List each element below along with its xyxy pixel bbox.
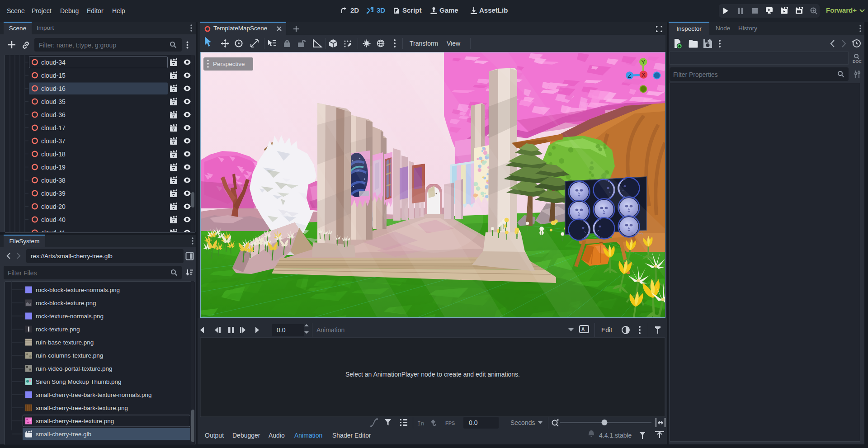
svg-text:Y: Y bbox=[642, 59, 646, 66]
svg-text:cloud-17: cloud-17 bbox=[41, 124, 66, 132]
svg-text:In: In bbox=[417, 420, 425, 427]
svg-text:cloud-35: cloud-35 bbox=[41, 98, 66, 105]
svg-text:ruin-base-texture.png: ruin-base-texture.png bbox=[36, 339, 94, 346]
svg-text:Animation: Animation bbox=[294, 432, 322, 439]
svg-text:Debugger: Debugger bbox=[232, 432, 260, 439]
svg-text:cloud-36: cloud-36 bbox=[41, 111, 66, 118]
svg-text:DOC: DOC bbox=[853, 59, 862, 64]
svg-text:Shader Editor: Shader Editor bbox=[332, 432, 371, 439]
svg-text:small-cherry-tree-bark-texture: small-cherry-tree-bark-texture-normals.p… bbox=[36, 391, 152, 398]
svg-text:rock-texture.png: rock-texture.png bbox=[36, 326, 80, 333]
svg-text:cloud-34: cloud-34 bbox=[41, 59, 66, 66]
svg-text:cloud-16: cloud-16 bbox=[41, 85, 66, 92]
svg-text:Output: Output bbox=[205, 432, 224, 439]
svg-text:small-cherry-tree.glb: small-cherry-tree.glb bbox=[36, 431, 91, 438]
svg-text:0.0: 0.0 bbox=[469, 419, 478, 426]
svg-text:cloud-20: cloud-20 bbox=[41, 203, 66, 210]
svg-text:FPS: FPS bbox=[445, 420, 455, 426]
svg-text:rock-texture-normals.png: rock-texture-normals.png bbox=[36, 313, 104, 320]
svg-text:4.4.1.stable: 4.4.1.stable bbox=[599, 432, 632, 439]
svg-text:cloud-19: cloud-19 bbox=[41, 164, 66, 171]
svg-text:cloud-38: cloud-38 bbox=[41, 177, 66, 184]
svg-text:cloud-37: cloud-37 bbox=[41, 137, 66, 145]
svg-text:small-cherry-tree-texture.png: small-cherry-tree-texture.png bbox=[36, 418, 114, 424]
svg-text:0.0: 0.0 bbox=[277, 326, 286, 334]
svg-text:small-cherry-tree-bark-texture: small-cherry-tree-bark-texture.png bbox=[36, 405, 128, 411]
svg-text:cloud-40: cloud-40 bbox=[41, 216, 66, 223]
svg-text:ruin-video-portal-texture.png: ruin-video-portal-texture.png bbox=[36, 365, 113, 372]
svg-text:Animation: Animation bbox=[316, 326, 344, 334]
svg-text:Z: Z bbox=[628, 72, 632, 79]
svg-text:cloud-41: cloud-41 bbox=[41, 229, 66, 232]
svg-text:A: A bbox=[581, 327, 585, 332]
svg-text:Select an AnimationPlayer node: Select an AnimationPlayer node to create… bbox=[345, 371, 520, 378]
svg-text:cloud-39: cloud-39 bbox=[41, 190, 66, 197]
svg-text:Seconds: Seconds bbox=[510, 419, 535, 426]
svg-text:Siren Song Mockup Thumb.png: Siren Song Mockup Thumb.png bbox=[36, 378, 122, 385]
svg-text:X: X bbox=[642, 71, 646, 78]
svg-text:Edit: Edit bbox=[601, 326, 612, 334]
svg-text:Audio: Audio bbox=[269, 432, 285, 439]
svg-text:rock-block-texture-normals.png: rock-block-texture-normals.png bbox=[36, 287, 120, 293]
svg-text:rock-block-texture.png: rock-block-texture.png bbox=[36, 300, 96, 307]
svg-text:Perspective: Perspective bbox=[213, 61, 245, 67]
svg-text:ruin-columns-texture.png: ruin-columns-texture.png bbox=[36, 352, 103, 359]
svg-text:cloud-18: cloud-18 bbox=[41, 151, 66, 158]
svg-text:cloud-15: cloud-15 bbox=[41, 72, 66, 79]
